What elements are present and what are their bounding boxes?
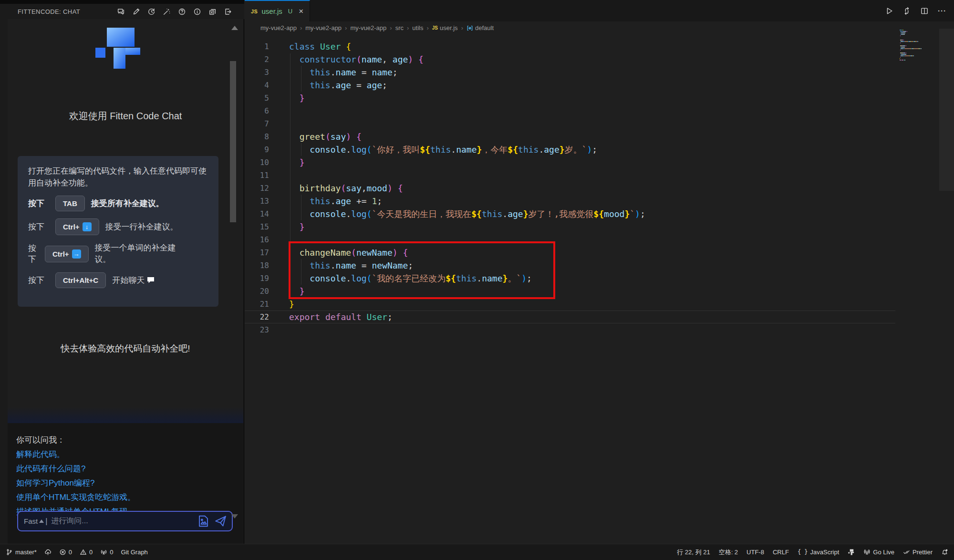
suggestion-link[interactable]: 如何学习Python编程? bbox=[16, 476, 94, 490]
code-line[interactable]: 22export default User; bbox=[245, 311, 895, 323]
status-indentation[interactable]: 空格: 2 bbox=[719, 548, 738, 557]
code-line[interactable]: 19 console.log(`我的名字已经改为${this.name}。`); bbox=[245, 272, 895, 285]
run-file-icon[interactable] bbox=[885, 7, 893, 15]
code-line[interactable]: 8 greet(say) { bbox=[245, 130, 895, 143]
code-line[interactable]: 21} bbox=[245, 298, 895, 311]
shortcut-desc: 接受一个单词的补全建议。 bbox=[95, 242, 189, 265]
line-number: 16 bbox=[245, 235, 269, 244]
chat-input-placeholder[interactable]: 进行询问... bbox=[51, 516, 193, 526]
code-line[interactable]: 10 } bbox=[245, 156, 895, 169]
breadcrumb-label: default bbox=[475, 24, 494, 31]
code-line[interactable]: 17 changeName(newName) { bbox=[245, 246, 895, 259]
status-prettier[interactable]: Prettier bbox=[903, 549, 933, 556]
breadcrumb-separator: › bbox=[390, 24, 392, 31]
tip-card: 打开您正在编写的代码文件，输入任意代码即可使用自动补全功能。 按下TAB接受所有… bbox=[18, 156, 218, 307]
code-line[interactable]: 4 this.age = age; bbox=[245, 79, 895, 92]
code-line[interactable]: 11 bbox=[245, 169, 895, 182]
line-content: } bbox=[289, 156, 305, 169]
code-line[interactable]: 1class User { bbox=[245, 40, 895, 53]
key-ctrl+alt+c: Ctrl+Alt+C bbox=[55, 272, 106, 288]
code-line[interactable]: 14 console.log(`今天是我的生日，我现在${this.age}岁了… bbox=[245, 207, 895, 220]
attach-image-icon[interactable] bbox=[197, 515, 210, 528]
code-line[interactable]: 23 bbox=[245, 323, 895, 336]
line-number: 20 bbox=[245, 287, 269, 296]
code-line[interactable]: 18 this.name = newName; bbox=[245, 259, 895, 272]
status-warnings[interactable]: 0 bbox=[80, 549, 93, 556]
breadcrumb-item[interactable]: my-vue2-app bbox=[350, 24, 386, 31]
line-number: 1 bbox=[245, 42, 269, 51]
line-content: } bbox=[289, 298, 294, 311]
code-line[interactable]: 13 this.age += 1; bbox=[245, 195, 895, 207]
tab-user-js[interactable]: JS user.js U × bbox=[245, 0, 310, 21]
code-line[interactable]: 2 constructor(name, age) { bbox=[245, 53, 895, 66]
suggestion-link[interactable]: 此代码有什么问题? bbox=[16, 462, 85, 476]
send-icon[interactable] bbox=[214, 515, 227, 528]
suggestion-link[interactable]: 解释此代码。 bbox=[16, 447, 65, 462]
editor-group: JS user.js U × ··· my-vue2-app›my-vue2-a… bbox=[245, 0, 954, 544]
breadcrumb-item[interactable]: my-vue2-app bbox=[305, 24, 342, 31]
breadcrumb-separator: › bbox=[461, 24, 463, 31]
close-all-editors-icon[interactable] bbox=[208, 8, 217, 16]
status-sync-changes[interactable] bbox=[44, 549, 52, 556]
code-line[interactable]: 12 birthday(say,mood) { bbox=[245, 182, 895, 195]
scroll-down-icon[interactable] bbox=[231, 514, 238, 519]
status-encoding[interactable]: UTF-8 bbox=[747, 549, 764, 556]
line-content: } bbox=[289, 285, 305, 298]
line-number: 8 bbox=[245, 132, 269, 141]
more-actions-icon[interactable]: ··· bbox=[938, 7, 946, 15]
breadcrumb-item[interactable]: default bbox=[467, 24, 494, 31]
line-number: 4 bbox=[245, 81, 269, 90]
shortcut-desc: 开始聊天 bbox=[112, 275, 155, 286]
history-icon[interactable] bbox=[147, 8, 156, 16]
suggestion-link[interactable]: 使用单个HTML实现贪吃蛇游戏。 bbox=[16, 490, 135, 505]
status-label: 行 22, 列 21 bbox=[677, 548, 710, 557]
line-content: this.name = newName; bbox=[289, 259, 413, 272]
status-eol-sequence[interactable]: CRLF bbox=[773, 549, 789, 556]
split-editor-icon[interactable] bbox=[920, 7, 929, 15]
code-line[interactable]: 7 bbox=[245, 117, 895, 130]
js-file-icon: JS bbox=[251, 9, 258, 14]
line-content: console.log(`今天是我的生日，我现在${this.age}岁了！,我… bbox=[289, 207, 645, 220]
breadcrumb-label: my-vue2-app bbox=[305, 24, 342, 31]
magic-wand-icon[interactable] bbox=[163, 8, 171, 16]
status-go-live[interactable]: Go Live bbox=[863, 549, 894, 556]
sidebar-scrollbar[interactable] bbox=[230, 61, 236, 222]
breadcrumb-item[interactable]: JSuser.js bbox=[432, 24, 458, 31]
breadcrumb-item[interactable]: my-vue2-app bbox=[260, 24, 297, 31]
breadcrumb-item[interactable]: utils bbox=[412, 24, 423, 31]
minimap-slider[interactable] bbox=[939, 29, 954, 191]
status-cursor-position[interactable]: 行 22, 列 21 bbox=[677, 548, 710, 557]
code-line[interactable]: 16 bbox=[245, 233, 895, 246]
code-line[interactable]: 20 } bbox=[245, 285, 895, 298]
chat-input[interactable]: Fast | 进行询问... bbox=[17, 511, 233, 531]
cta-text: 快去体验高效的代码自动补全吧! bbox=[8, 342, 243, 355]
scroll-up-icon[interactable] bbox=[231, 26, 238, 30]
code-line[interactable]: 3 this.name = name; bbox=[245, 66, 895, 79]
status-feedback[interactable]: 0 bbox=[100, 549, 113, 556]
ask-heading: 你可以问我： bbox=[16, 435, 243, 446]
status-errors[interactable]: 0 bbox=[59, 549, 72, 556]
code-editor[interactable]: 1class User {2 constructor(name, age) {3… bbox=[245, 40, 903, 336]
info-icon[interactable] bbox=[193, 8, 201, 16]
tab-close-icon[interactable]: × bbox=[299, 7, 303, 15]
status-notifications[interactable] bbox=[941, 549, 948, 556]
code-line[interactable]: 9 console.log(`你好，我叫${this.name}，今年${thi… bbox=[245, 143, 895, 156]
new-chat-icon[interactable] bbox=[117, 8, 125, 16]
model-dropdown-icon[interactable] bbox=[39, 519, 44, 523]
breadcrumb-item[interactable]: src bbox=[395, 24, 404, 31]
line-number: 21 bbox=[245, 300, 269, 309]
sign-out-icon[interactable] bbox=[224, 8, 232, 16]
help-icon[interactable] bbox=[178, 8, 186, 16]
model-selector[interactable]: Fast bbox=[24, 517, 38, 525]
code-line[interactable]: 5 } bbox=[245, 92, 895, 104]
edit-chat-icon[interactable] bbox=[132, 8, 140, 16]
status-language-mode[interactable]: { }JavaScript bbox=[798, 549, 839, 556]
code-line[interactable]: 15 } bbox=[245, 220, 895, 233]
status-label: Git Graph bbox=[121, 549, 148, 556]
status-git-branch[interactable]: master* bbox=[6, 549, 37, 556]
compare-changes-icon[interactable] bbox=[902, 7, 911, 15]
line-content: } bbox=[289, 92, 305, 104]
code-line[interactable]: 6 bbox=[245, 104, 895, 117]
status-fitten-status[interactable] bbox=[848, 549, 855, 556]
status-git-graph[interactable]: Git Graph bbox=[121, 549, 148, 556]
